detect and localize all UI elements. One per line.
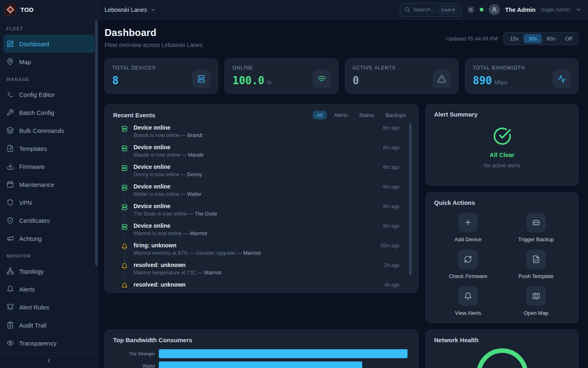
connection-status-dot [480, 8, 483, 11]
event-subtitle: Marmot temperature at 72C — Marmot [134, 270, 410, 276]
fleet-selector[interactable]: Lebowski Lanes [105, 7, 156, 13]
sidebar-item-audit-trail[interactable]: Audit Trail [0, 316, 98, 334]
user-role: Super Admin [541, 7, 570, 13]
server-icon [121, 222, 128, 233]
alert-detail-text: No active alerts [484, 162, 521, 168]
event-subtitle: Marmot is now online — Marmot [134, 231, 410, 236]
sidebar-item-certificates[interactable]: Certificates [0, 211, 98, 229]
stat-value: 890 [473, 74, 492, 87]
user-name: The Admin [505, 7, 535, 13]
bell-icon [121, 242, 128, 253]
event-subtitle: Marmot memory at 87% — consider upgrade … [134, 250, 410, 256]
sidebar-item-vpn[interactable]: VPN [0, 193, 98, 211]
sidebar-item-alert-rules[interactable]: Alert Rules [0, 298, 98, 316]
bell-icon [121, 281, 128, 288]
sidebar-item-config-editor[interactable]: Config Editor [0, 85, 98, 103]
sidebar-item-topology[interactable]: Topology [0, 262, 98, 280]
event-row[interactable]: Device online6m ago The Dude is now onli… [113, 203, 410, 222]
quick-action-push-template[interactable]: Push Template [502, 249, 570, 279]
tab-alerts[interactable]: Alerts [330, 111, 352, 119]
sidebar-item-firmware[interactable]: Firmware [0, 157, 98, 175]
bell-icon [458, 286, 478, 306]
main-content: Dashboard Fleet overview across Lebowski… [98, 20, 588, 368]
sidebar-item-alerts[interactable]: Alerts [0, 280, 98, 298]
event-title: Device online [134, 222, 170, 229]
tab-all[interactable]: All [313, 111, 327, 119]
event-subtitle: Walter is now online — Walter [134, 191, 410, 197]
map-pin-icon [7, 58, 14, 65]
avatar[interactable] [489, 4, 500, 15]
refresh-option-30s[interactable]: 30s [523, 34, 542, 43]
sidebar-scrollbar[interactable] [95, 20, 98, 266]
refresh-option-off[interactable]: Off [560, 34, 577, 43]
event-row[interactable]: resolved: unknown4h ago [113, 281, 410, 288]
bandwidth-panel: Top Bandwidth Consumers The Stranger Wal… [105, 330, 419, 368]
event-row[interactable]: Device online6m ago Maude is now online … [113, 144, 410, 164]
event-time: 4h ago [384, 282, 399, 288]
event-subtitle: Brandt is now online — Brandt [134, 132, 410, 138]
quick-action-trigger-backup[interactable]: Trigger Backup [502, 213, 570, 242]
quick-action-open-map[interactable]: Open Map [502, 286, 570, 316]
event-row[interactable]: Device online6m ago Brandt is now online… [113, 124, 410, 144]
sidebar-collapse-button[interactable] [0, 352, 98, 368]
bandwidth-bar [159, 349, 408, 358]
event-row[interactable]: Device online6m ago Walter is now online… [113, 183, 410, 203]
refresh-option-15s[interactable]: 15s [505, 34, 523, 43]
activity-icon [553, 70, 571, 88]
sidebar-item-maintenance[interactable]: Maintenance [0, 175, 98, 193]
search-shortcut-badge: Cmd+K [438, 6, 458, 13]
event-subtitle: Donny is now online — Donny [134, 172, 410, 177]
sidebar-item-transparency[interactable]: Transparency [0, 334, 98, 352]
terminal-icon [7, 91, 14, 98]
event-subtitle: The Dude is now online — The Dude [134, 211, 410, 217]
bell-icon [121, 262, 128, 272]
updated-timestamp: Updated 05:44:09 PM [446, 36, 498, 42]
quick-action-check-firmware[interactable]: Check Firmware [434, 249, 502, 279]
sidebar-item-dashboard[interactable]: Dashboard [3, 35, 95, 53]
event-row[interactable]: Device online6m ago Marmot is now online… [113, 222, 410, 242]
event-row[interactable]: firing: unknown35m ago Marmot memory at … [113, 242, 410, 262]
stat-value: 8 [112, 74, 119, 87]
event-time: 6m ago [383, 164, 399, 170]
network-health-title: Network Health [434, 337, 570, 343]
sidebar-item-map[interactable]: Map [0, 53, 98, 71]
stat-card-online: ONLINE 100.0% [225, 58, 338, 94]
alert-triangle-icon [433, 70, 451, 88]
chevron-down-icon [150, 7, 156, 13]
bandwidth-title: Top Bandwidth Consumers [113, 337, 410, 343]
sidebar-item-bulk-commands[interactable]: Bulk Commands [0, 121, 98, 139]
sidebar-item-achtung[interactable]: Achtung [0, 229, 98, 247]
server-icon [121, 183, 128, 194]
brand: TOD [0, 0, 98, 19]
shield-check-icon [7, 217, 14, 224]
user-menu-chevron-icon[interactable] [575, 7, 581, 13]
quick-action-add-device[interactable]: Add Device [434, 213, 502, 242]
shield-icon [7, 199, 14, 206]
quick-action-view-alerts[interactable]: View Alerts [434, 286, 502, 316]
download-icon [7, 163, 14, 170]
tab-backups[interactable]: Backups [381, 111, 410, 119]
bell-icon [7, 285, 14, 293]
network-health-panel: Network Health 100 [425, 330, 579, 368]
recent-events-title: Recent Events [113, 112, 155, 119]
refresh-option-60s[interactable]: 60s [542, 34, 560, 43]
event-time: 6m ago [383, 223, 399, 229]
sidebar-item-templates[interactable]: Templates [0, 139, 98, 157]
stat-card-total-bandwidth: TOTAL BANDWIDTH 890Mbps [465, 58, 579, 94]
event-title: resolved: unknown [134, 281, 186, 288]
tod-logo-icon [5, 4, 16, 15]
events-scrollbar[interactable] [409, 123, 412, 275]
event-title: Device online [134, 164, 170, 170]
theme-toggle-sun-icon[interactable] [467, 6, 474, 13]
search-input[interactable] [413, 7, 435, 13]
search-box[interactable]: Cmd+K [400, 3, 462, 17]
event-row[interactable]: resolved: unknown2h ago Marmot temperatu… [113, 262, 410, 281]
stat-unit: Mbps [494, 79, 508, 85]
tab-status[interactable]: Status [355, 111, 378, 119]
event-time: 35m ago [380, 243, 399, 249]
sidebar-item-batch-config[interactable]: Batch Config [0, 103, 98, 121]
hard-drive-icon [526, 213, 546, 232]
megaphone-icon [7, 235, 14, 242]
network-icon [7, 267, 14, 275]
event-row[interactable]: Device online6m ago Donny is now online … [113, 164, 410, 183]
